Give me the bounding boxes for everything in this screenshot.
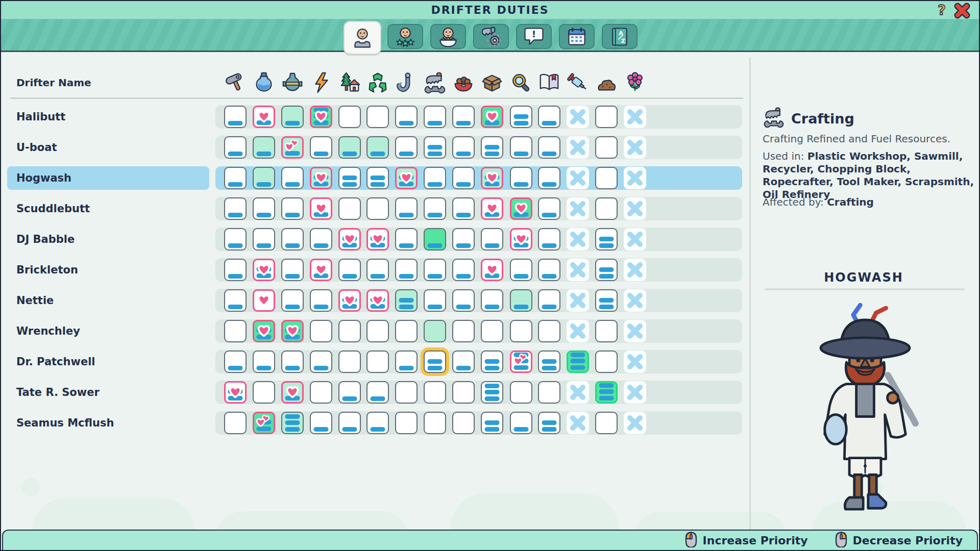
- column-hook-icon[interactable]: [395, 71, 418, 94]
- duty-cell-U-boat-tree-house[interactable]: [338, 136, 361, 159]
- duty-cell-Seamus Mcflush-box[interactable]: [481, 412, 503, 434]
- duty-cell-Wrenchley-flask[interactable]: [253, 320, 275, 342]
- duty-cell-Hogwash-tree-house[interactable]: [338, 167, 361, 189]
- duty-cell-Tate R. Sower-recycle[interactable]: [366, 381, 389, 404]
- duty-cell-Dr. Patchwell-cooking[interactable]: [452, 350, 475, 373]
- column-jug-icon[interactable]: [281, 71, 304, 94]
- duty-cell-Dr. Patchwell-tree-house[interactable]: [338, 350, 361, 373]
- duty-cell-Brickleton-cooking[interactable]: [452, 259, 475, 281]
- duty-cell-Dr. Patchwell-flask[interactable]: [253, 350, 275, 373]
- duty-cell-Tate R. Sower-tree-house[interactable]: [338, 381, 361, 404]
- duty-cell-Halibutt-flask[interactable]: [253, 106, 275, 128]
- duty-cell-Seamus Mcflush-crafting[interactable]: [424, 412, 446, 434]
- duty-cell-Scuddlebutt-jug[interactable]: [281, 197, 304, 220]
- duty-cell-Brickleton-jug[interactable]: [281, 259, 304, 281]
- duty-cell-Scuddlebutt-flask[interactable]: [253, 197, 275, 220]
- tab-alerts[interactable]: !: [516, 24, 552, 49]
- tab-encyclopedia[interactable]: AZ: [602, 24, 638, 49]
- duty-cell-Halibutt-syringe[interactable]: [567, 106, 589, 128]
- column-magnifier-icon[interactable]: [509, 71, 533, 94]
- duty-cell-U-boat-flame[interactable]: [310, 136, 332, 159]
- duty-cell-Hogwash-hammer[interactable]: [224, 167, 247, 189]
- duty-cell-Nettie-flask[interactable]: [253, 289, 275, 312]
- duty-cell-DJ Babble-cooking[interactable]: [452, 228, 475, 251]
- duty-cell-Hogwash-flask[interactable]: [253, 167, 275, 189]
- column-hammer-icon[interactable]: [224, 71, 247, 94]
- duty-cell-Seamus Mcflush-flask[interactable]: [253, 412, 275, 434]
- duty-cell-Halibutt-magnifier[interactable]: [510, 106, 532, 128]
- duty-cell-Seamus Mcflush-hook[interactable]: [395, 412, 418, 434]
- duty-cell-U-boat-jug[interactable]: [281, 136, 304, 159]
- duty-cell-U-boat-cooking[interactable]: [452, 136, 475, 159]
- duty-cell-Wrenchley-magnifier[interactable]: [510, 320, 532, 342]
- duty-cell-Wrenchley-cooking[interactable]: [452, 320, 475, 342]
- duty-cell-DJ Babble-flask[interactable]: [253, 228, 275, 251]
- duty-cell-Halibutt-hook[interactable]: [395, 106, 418, 128]
- duty-cell-Dr. Patchwell-syringe[interactable]: [567, 350, 589, 373]
- duty-cell-Hogwash-soil[interactable]: [595, 167, 618, 189]
- duty-cell-Nettie-tree-house[interactable]: [338, 289, 361, 312]
- duty-cell-Hogwash-cooking[interactable]: [452, 167, 475, 189]
- duty-cell-Brickleton-syringe[interactable]: [567, 259, 589, 281]
- duty-cell-DJ Babble-flame[interactable]: [310, 228, 332, 251]
- duty-cell-Nettie-recycle[interactable]: [366, 289, 389, 312]
- duty-cell-Hogwash-flame[interactable]: [310, 167, 332, 189]
- duty-cell-Brickleton-box[interactable]: [481, 259, 503, 281]
- help-button[interactable]: ?: [933, 2, 950, 18]
- column-book-icon[interactable]: [537, 71, 561, 94]
- drifter-name-Hogwash[interactable]: Hogwash: [16, 166, 205, 190]
- duty-cell-U-boat-book[interactable]: [538, 136, 560, 159]
- duty-cell-Nettie-magnifier[interactable]: [510, 289, 532, 312]
- duty-cell-DJ Babble-hook[interactable]: [395, 228, 418, 251]
- duty-cell-Tate R. Sower-flask[interactable]: [253, 381, 275, 404]
- duty-cell-Wrenchley-box[interactable]: [481, 320, 503, 342]
- duty-cell-Tate R. Sower-flower[interactable]: [624, 381, 646, 404]
- duty-cell-Tate R. Sower-magnifier[interactable]: [510, 381, 532, 404]
- duty-cell-Wrenchley-flower[interactable]: [624, 320, 646, 342]
- column-flask-icon[interactable]: [252, 71, 276, 94]
- duty-cell-Scuddlebutt-recycle[interactable]: [366, 197, 389, 220]
- duty-cell-Dr. Patchwell-crafting[interactable]: [424, 350, 446, 373]
- duty-cell-Tate R. Sower-hook[interactable]: [395, 381, 418, 404]
- duty-cell-Halibutt-tree-house[interactable]: [338, 106, 361, 128]
- duty-cell-Nettie-flame[interactable]: [310, 289, 332, 312]
- duty-cell-Nettie-cooking[interactable]: [452, 289, 475, 312]
- duty-cell-Brickleton-crafting[interactable]: [424, 259, 446, 281]
- duty-cell-U-boat-syringe[interactable]: [567, 136, 589, 159]
- duty-cell-Dr. Patchwell-book[interactable]: [538, 350, 560, 373]
- duty-cell-Scuddlebutt-cooking[interactable]: [452, 197, 475, 220]
- tab-drifter-skills[interactable]: [387, 24, 423, 49]
- duty-cell-Seamus Mcflush-book[interactable]: [538, 412, 560, 434]
- duty-cell-Nettie-flower[interactable]: [624, 289, 646, 312]
- duty-cell-Seamus Mcflush-syringe[interactable]: [567, 412, 589, 434]
- duty-cell-Tate R. Sower-cooking[interactable]: [452, 381, 475, 404]
- column-flame-icon[interactable]: [309, 71, 333, 94]
- duty-cell-Halibutt-jug[interactable]: [281, 106, 304, 128]
- duty-cell-Dr. Patchwell-flower[interactable]: [624, 350, 646, 373]
- duty-cell-Scuddlebutt-crafting[interactable]: [424, 197, 446, 220]
- column-tree-house-icon[interactable]: [338, 71, 361, 94]
- duty-cell-Seamus Mcflush-recycle[interactable]: [366, 412, 389, 434]
- duty-cell-Scuddlebutt-box[interactable]: [481, 197, 503, 220]
- drifter-name-U-boat[interactable]: U-boat: [16, 136, 205, 159]
- duty-cell-Seamus Mcflush-hammer[interactable]: [224, 412, 247, 434]
- duty-cell-Scuddlebutt-flame[interactable]: [310, 197, 332, 220]
- duty-cell-Halibutt-cooking[interactable]: [452, 106, 475, 128]
- duty-cell-Brickleton-hook[interactable]: [395, 259, 418, 281]
- column-syringe-icon[interactable]: [566, 71, 590, 94]
- duty-cell-Hogwash-hook[interactable]: [395, 167, 418, 189]
- tab-drifter-duties[interactable]: [344, 21, 381, 55]
- duty-cell-Scuddlebutt-tree-house[interactable]: [338, 197, 361, 220]
- duty-cell-Dr. Patchwell-box[interactable]: [481, 350, 503, 373]
- tab-drifter-needs[interactable]: [430, 24, 466, 49]
- duty-cell-Halibutt-soil[interactable]: [595, 106, 618, 128]
- column-recycle-icon[interactable]: [366, 71, 389, 94]
- duty-cell-U-boat-flower[interactable]: [624, 136, 646, 159]
- duty-cell-Nettie-jug[interactable]: [281, 289, 304, 312]
- duty-cell-Hogwash-jug[interactable]: [281, 167, 304, 189]
- duty-cell-U-boat-flask[interactable]: [253, 136, 275, 159]
- duty-cell-Wrenchley-book[interactable]: [538, 320, 560, 342]
- duty-cell-Tate R. Sower-book[interactable]: [538, 381, 560, 404]
- column-flower-icon[interactable]: [623, 71, 647, 94]
- duty-cell-Nettie-hook[interactable]: [395, 289, 418, 312]
